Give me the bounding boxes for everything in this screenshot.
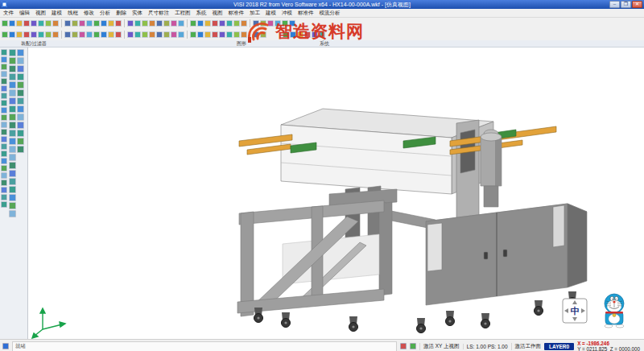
tool-icon[interactable] — [1, 143, 7, 150]
tool-icon[interactable] — [312, 31, 318, 38]
tool-icon[interactable] — [319, 31, 325, 38]
group-label-system[interactable]: 系统 — [320, 40, 329, 47]
tool-icon[interactable] — [297, 31, 303, 38]
tool-icon[interactable] — [197, 20, 204, 27]
tool-icon[interactable] — [101, 31, 107, 38]
tool-icon[interactable] — [212, 20, 218, 27]
tool-icon[interactable] — [9, 97, 16, 105]
tool-icon[interactable] — [2, 31, 8, 38]
menu-item-8[interactable]: 实体 — [132, 10, 142, 17]
tool-icon[interactable] — [149, 20, 155, 27]
tool-icon[interactable] — [64, 31, 71, 38]
tool-icon[interactable] — [156, 20, 163, 27]
layer-selector[interactable]: LAYER0 — [544, 343, 574, 350]
tool-icon[interactable] — [171, 31, 177, 38]
tool-icon[interactable] — [108, 31, 114, 38]
tool-icon[interactable] — [1, 122, 7, 128]
tool-icon[interactable] — [31, 20, 37, 27]
menu-item-17[interactable]: 标准件 — [298, 10, 314, 17]
menu-item-13[interactable]: 标准件 — [229, 10, 245, 17]
tool-icon[interactable] — [9, 170, 16, 177]
tool-icon[interactable] — [226, 31, 233, 38]
tool-icon[interactable] — [9, 146, 16, 153]
status-icon-2[interactable] — [400, 343, 407, 349]
tool-icon[interactable] — [17, 138, 24, 145]
tool-icon[interactable] — [9, 154, 16, 161]
group-label-graphics[interactable]: 图形 — [237, 40, 246, 47]
tool-icon[interactable] — [9, 89, 16, 97]
minimize-button[interactable]: – — [609, 1, 620, 8]
tool-icon[interactable] — [178, 31, 184, 38]
tool-icon[interactable] — [9, 210, 16, 217]
tool-icon[interactable] — [72, 31, 78, 38]
tool-icon[interactable] — [9, 178, 16, 185]
tool-icon[interactable] — [9, 130, 16, 137]
tool-icon[interactable] — [17, 146, 24, 153]
tool-icon[interactable] — [226, 20, 233, 27]
menu-item-1[interactable]: 编辑 — [19, 10, 30, 17]
tool-icon[interactable] — [282, 20, 288, 27]
tool-icon[interactable] — [1, 56, 7, 63]
tool-icon[interactable] — [108, 20, 114, 27]
status-icon-3[interactable] — [410, 343, 416, 349]
active-view-label[interactable]: 激活 XY 上视图 — [419, 343, 460, 350]
view-compass-widget[interactable]: 中 — [563, 299, 587, 323]
menu-item-15[interactable]: 建模 — [266, 10, 276, 17]
tool-icon[interactable] — [2, 20, 8, 27]
tool-icon[interactable] — [212, 31, 218, 38]
menu-item-11[interactable]: 系统 — [196, 10, 207, 17]
menu-item-14[interactable]: 加工 — [250, 10, 260, 17]
tool-icon[interactable] — [23, 31, 30, 38]
tool-icon[interactable] — [233, 20, 240, 27]
tool-icon[interactable] — [9, 194, 16, 201]
tool-icon[interactable] — [1, 85, 7, 92]
tool-icon[interactable] — [290, 31, 296, 38]
menu-item-18[interactable]: 模流分析 — [320, 10, 341, 17]
menu-item-6[interactable]: 分析 — [100, 10, 110, 17]
3d-viewport[interactable]: 中 — [28, 47, 644, 339]
tool-icon[interactable] — [178, 20, 184, 27]
tool-icon[interactable] — [190, 31, 196, 38]
tool-icon[interactable] — [253, 20, 259, 27]
tool-icon[interactable] — [190, 20, 196, 27]
tool-icon[interactable] — [17, 89, 24, 97]
status-icon-1[interactable] — [2, 343, 9, 349]
tool-icon[interactable] — [17, 97, 24, 105]
active-workplane-label[interactable]: 激活工作面 — [511, 343, 542, 350]
tool-icon[interactable] — [171, 20, 177, 27]
tool-icon[interactable] — [9, 81, 16, 89]
tool-icon[interactable] — [93, 20, 100, 27]
tool-icon[interactable] — [1, 172, 7, 179]
tool-icon[interactable] — [134, 31, 141, 38]
tool-icon[interactable] — [17, 73, 24, 81]
tool-icon[interactable] — [260, 31, 266, 38]
menu-item-0[interactable]: 文件 — [3, 10, 14, 17]
tool-icon[interactable] — [304, 31, 311, 38]
menu-item-2[interactable]: 视图 — [35, 10, 46, 17]
tool-icon[interactable] — [1, 158, 7, 164]
tool-icon[interactable] — [45, 20, 52, 27]
close-button[interactable]: ✕ — [632, 1, 642, 8]
tool-icon[interactable] — [9, 186, 16, 193]
tool-icon[interactable] — [86, 31, 93, 38]
tool-icon[interactable] — [253, 31, 259, 38]
tool-icon[interactable] — [17, 81, 24, 89]
tool-icon[interactable] — [86, 20, 93, 27]
tool-icon[interactable] — [142, 31, 148, 38]
tool-icon[interactable] — [1, 93, 7, 99]
menu-item-5[interactable]: 修改 — [84, 10, 94, 17]
tool-icon[interactable] — [17, 65, 24, 72]
tool-icon[interactable] — [163, 20, 170, 27]
tool-icon[interactable] — [38, 31, 44, 38]
tool-icon[interactable] — [219, 31, 225, 38]
tool-icon[interactable] — [9, 31, 15, 38]
tool-icon[interactable] — [17, 49, 24, 56]
tool-icon[interactable] — [156, 31, 163, 38]
tool-icon[interactable] — [52, 20, 59, 27]
tool-icon[interactable] — [115, 31, 122, 38]
tool-icon[interactable] — [9, 73, 16, 81]
tool-icon[interactable] — [197, 31, 204, 38]
menu-item-16[interactable]: 冲模 — [282, 10, 292, 17]
tool-icon[interactable] — [1, 107, 7, 114]
tool-icon[interactable] — [38, 20, 44, 27]
